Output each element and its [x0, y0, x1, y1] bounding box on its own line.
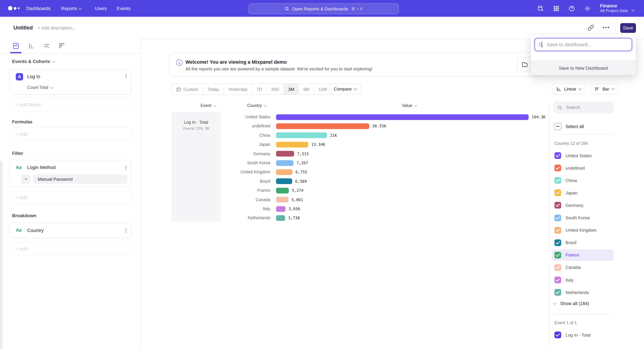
add-metric-button[interactable]: + Add Metric	[10, 97, 132, 112]
column-header-value[interactable]: Value	[402, 103, 417, 108]
range-yesterday[interactable]: Yesterday	[224, 84, 252, 94]
range-7d[interactable]: 7D	[252, 84, 266, 94]
metric-card[interactable]: A Log In Count Total	[10, 69, 132, 94]
country-checkbox[interactable]	[554, 177, 561, 184]
page-title[interactable]: Untitled	[14, 25, 33, 31]
range-custom[interactable]: Custom	[172, 84, 203, 94]
project-chevron-down-icon[interactable]	[632, 7, 634, 13]
bar[interactable]	[276, 169, 292, 175]
scale-dropdown[interactable]: Linear	[552, 83, 586, 94]
bar[interactable]	[276, 179, 292, 184]
chart-type-dropdown[interactable]: Bar	[590, 83, 618, 94]
breakdown-card[interactable]: Aa Country	[10, 223, 132, 238]
segment-search-input[interactable]	[565, 105, 607, 110]
range-30d[interactable]: 30D	[266, 84, 284, 94]
country-filter-item[interactable]: South Korea	[552, 212, 614, 223]
country-checkbox[interactable]	[554, 252, 561, 259]
country-filter-item[interactable]: Japan	[552, 187, 614, 199]
bar[interactable]	[276, 197, 288, 203]
bar[interactable]	[276, 142, 308, 147]
compare-button[interactable]: Compare	[330, 83, 361, 94]
bar[interactable]	[276, 123, 369, 129]
bar[interactable]	[276, 215, 285, 221]
tab-funnels-icon[interactable]	[28, 42, 36, 50]
tab-retention-icon[interactable]	[58, 42, 66, 50]
breakdown-menu-icon[interactable]	[126, 227, 126, 234]
country-filter-item[interactable]: United Kingdom	[552, 224, 614, 236]
filter-value[interactable]: Manual Password	[33, 174, 127, 184]
country-checkbox[interactable]	[554, 239, 561, 246]
country-checkbox[interactable]	[554, 152, 561, 159]
apps-grid-icon[interactable]	[553, 5, 560, 12]
global-search-button[interactable]: Open Reports & Dashboards ⌘ + K	[248, 3, 399, 14]
country-filter-item[interactable]: Italy	[552, 274, 614, 286]
save-button[interactable]: Save	[620, 23, 636, 33]
filter-menu-icon[interactable]	[126, 164, 126, 171]
data-management-icon[interactable]	[537, 5, 544, 12]
nav-dashboards[interactable]: Dashboards	[26, 6, 51, 11]
country-checkbox[interactable]	[554, 190, 561, 196]
event-series-cell[interactable]: Log In - Total Overall276.5K	[172, 112, 221, 222]
segment-search[interactable]	[554, 102, 614, 113]
tab-insights-icon[interactable]	[12, 42, 20, 50]
bar[interactable]	[276, 188, 289, 193]
column-header-country[interactable]: Country	[247, 103, 267, 108]
events-cohorts-header[interactable]: Events & Cohorts	[12, 59, 55, 64]
event-checkbox[interactable]	[554, 332, 561, 338]
country-filter-item[interactable]: Brazil	[552, 237, 614, 248]
metric-name[interactable]: Log In	[27, 74, 40, 79]
nav-users[interactable]: Users	[95, 6, 107, 11]
country-checkbox[interactable]	[554, 277, 561, 283]
country-filter-item[interactable]: Germany	[552, 200, 614, 211]
bar[interactable]	[276, 206, 286, 212]
filter-card[interactable]: Aa Login Method = Manual Password	[10, 160, 132, 187]
range-12m[interactable]: 12M	[314, 84, 332, 94]
bar[interactable]	[276, 151, 294, 157]
add-filter-button[interactable]: + Add	[10, 191, 132, 204]
filter-operator[interactable]: =	[21, 174, 30, 184]
select-all-checkbox[interactable]	[554, 123, 561, 130]
country-filter-item[interactable]: undefined	[552, 162, 614, 174]
add-formula-button[interactable]: + Add	[10, 127, 132, 141]
column-header-event[interactable]: Event	[200, 103, 216, 108]
more-options-icon[interactable]	[603, 27, 609, 28]
copy-link-icon[interactable]	[588, 24, 594, 31]
country-filter-item[interactable]: China	[552, 175, 614, 186]
range-today[interactable]: Today	[203, 84, 224, 94]
show-all-toggle[interactable]: Show all (184)	[554, 301, 589, 306]
bar[interactable]	[276, 133, 327, 138]
add-description[interactable]: + Add description...	[38, 25, 76, 30]
dashboard-search-field[interactable]	[535, 38, 632, 51]
country-filter-item[interactable]: United States	[552, 150, 614, 161]
range-3m-active[interactable]: 3M	[284, 84, 299, 94]
tab-flows-icon[interactable]	[43, 42, 51, 50]
metric-aggregation[interactable]: Count Total	[27, 85, 53, 90]
country-checkbox[interactable]	[554, 227, 561, 234]
save-to-new-dashboard-button[interactable]: Save to New Dashboard	[531, 61, 636, 75]
nav-reports[interactable]: Reports	[61, 6, 81, 11]
dashboard-search-input[interactable]	[546, 41, 628, 48]
nav-events[interactable]: Events	[117, 6, 131, 11]
event-legend-item[interactable]: Log In - Total	[552, 329, 614, 341]
project-switcher[interactable]: Finance All Project Data	[600, 3, 628, 13]
country-filter-item[interactable]: France	[552, 249, 614, 261]
select-all-label[interactable]: Select all	[566, 124, 584, 129]
check-icon	[556, 228, 560, 232]
range-6m[interactable]: 6M	[299, 84, 314, 94]
filter-property-name[interactable]: Login Method	[27, 165, 56, 170]
bar[interactable]	[276, 114, 528, 120]
settings-gear-icon[interactable]	[584, 5, 591, 12]
country-checkbox[interactable]	[554, 214, 561, 221]
bar[interactable]	[276, 160, 294, 166]
country-checkbox[interactable]	[554, 202, 561, 209]
country-filter-item[interactable]: Netherlands	[552, 287, 614, 298]
country-checkbox[interactable]	[554, 264, 561, 271]
metric-menu-icon[interactable]	[126, 73, 126, 79]
mixpanel-logo-icon[interactable]	[8, 6, 19, 10]
breakdown-property-name[interactable]: Country	[27, 228, 44, 233]
add-breakdown-button[interactable]: + Add	[10, 242, 132, 256]
country-filter-item[interactable]: Canada	[552, 262, 614, 273]
country-checkbox[interactable]	[554, 289, 561, 296]
help-icon[interactable]	[568, 5, 575, 12]
country-checkbox[interactable]	[554, 165, 561, 171]
